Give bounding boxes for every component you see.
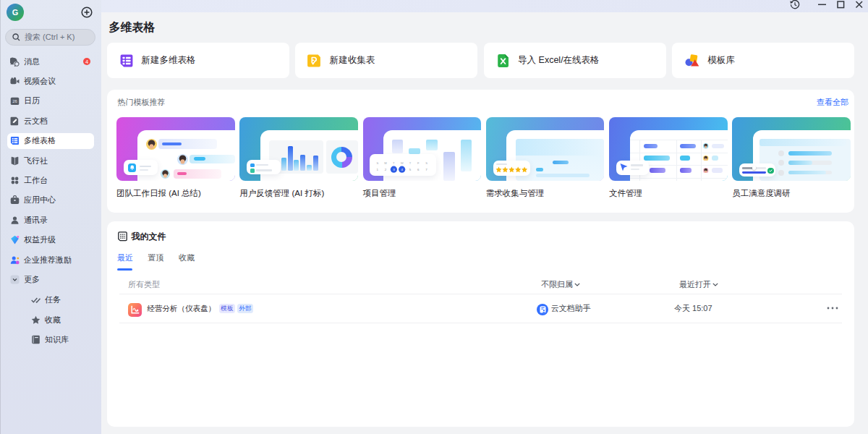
svg-text:5: 5 bbox=[409, 168, 412, 171]
svg-text:S: S bbox=[377, 161, 379, 165]
svg-text:1: 1 bbox=[377, 168, 379, 171]
svg-text:S: S bbox=[425, 161, 427, 165]
svg-text:T: T bbox=[409, 161, 412, 165]
svg-text:M: M bbox=[385, 161, 388, 165]
svg-text:T: T bbox=[393, 161, 395, 165]
svg-text:2: 2 bbox=[385, 168, 387, 171]
svg-text:26: 26 bbox=[12, 100, 17, 104]
svg-text:6: 6 bbox=[417, 168, 420, 171]
svg-text:W: W bbox=[401, 161, 404, 165]
svg-text:7: 7 bbox=[426, 168, 428, 171]
svg-text:F: F bbox=[417, 161, 420, 165]
